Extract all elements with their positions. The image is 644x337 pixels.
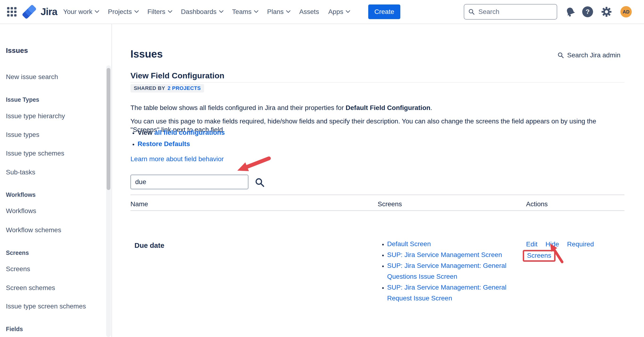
list-item: Default Screen [387, 239, 510, 249]
notifications-button[interactable] [565, 0, 576, 24]
column-header-screens: Screens [378, 195, 526, 210]
sidebar-title: Issues [6, 47, 28, 55]
list-item-view-configurations: View all field configurations [138, 128, 225, 137]
top-navigation-bar: Jira Your work Projects Filters Dashboar… [0, 0, 644, 24]
sidebar-item-issue-type-schemes[interactable]: Issue type schemes [6, 150, 64, 157]
chevron-down-icon [168, 8, 172, 13]
hide-action-link[interactable]: Hide [546, 240, 559, 248]
screen-link-sup-jsm[interactable]: SUP: Jira Service Management Screen [387, 251, 502, 258]
create-button[interactable]: Create [368, 5, 400, 19]
sidebar-scrollbar-thumb[interactable] [107, 68, 110, 190]
jira-admin-screen: Jira Your work Projects Filters Dashboar… [0, 0, 644, 337]
main-content: Search Jira admin Issues View Field Conf… [113, 24, 644, 337]
field-filter-input[interactable] [130, 175, 248, 189]
field-name: Due date [130, 235, 378, 304]
table-row: Due date Default Screen SUP: Jira Servic… [130, 235, 624, 304]
jira-logo[interactable]: Jira [22, 4, 57, 19]
section-title: View Field Configuration [130, 71, 224, 81]
gear-icon [601, 6, 612, 17]
search-icon [468, 8, 475, 15]
jira-wordmark: Jira [40, 6, 57, 18]
settings-button[interactable] [601, 0, 612, 24]
learn-more-link[interactable]: Learn more about field behavior [130, 155, 224, 163]
nav-projects[interactable]: Projects [108, 8, 138, 16]
sidebar-heading-workflows: Workflows [6, 191, 36, 198]
nav-filters[interactable]: Filters [148, 8, 172, 16]
search-icon [557, 52, 564, 59]
nav-teams[interactable]: Teams [232, 8, 258, 16]
restore-defaults-link[interactable]: Restore Defaults [138, 140, 190, 148]
sidebar-item-screens[interactable]: Screens [6, 265, 30, 273]
shared-projects-link[interactable]: 2 PROJECTS [168, 85, 201, 91]
nav-your-work[interactable]: Your work [63, 8, 98, 16]
intro-paragraph: The table below shows all fields configu… [130, 103, 624, 112]
page-title: Issues [130, 48, 163, 60]
screens-action-link[interactable]: Screens [527, 252, 551, 259]
sidebar-item-issue-type-hierarchy[interactable]: Issue type hierarchy [6, 112, 65, 120]
chevron-down-icon [286, 8, 291, 13]
shared-by-badge: SHARED BY 2 PROJECTS [130, 84, 204, 93]
list-item: SUP: Jira Service Management Screen [387, 249, 510, 260]
admin-sidebar: Issues New issue search Issue Types Issu… [0, 24, 112, 337]
screen-link-sup-general-questions[interactable]: SUP: Jira Service Management: General Qu… [387, 262, 506, 280]
column-header-actions: Actions [526, 195, 624, 210]
chevron-down-icon [95, 8, 100, 13]
screen-link-sup-general-request[interactable]: SUP: Jira Service Management: General Re… [387, 284, 506, 302]
nav-apps[interactable]: Apps [328, 8, 350, 16]
field-filter-search-icon[interactable] [254, 177, 265, 188]
global-search-input[interactable] [478, 8, 545, 16]
chevron-down-icon [134, 8, 139, 13]
list-item: SUP: Jira Service Management: General Qu… [387, 260, 510, 282]
option-list: View all field configurations Restore De… [130, 128, 225, 151]
jira-logo-icon [22, 5, 37, 19]
sidebar-item-issue-types[interactable]: Issue types [6, 131, 40, 139]
chevron-down-icon [346, 8, 350, 13]
primary-nav: Your work Projects Filters Dashboards Te… [63, 0, 350, 24]
help-button[interactable]: ? [582, 0, 593, 24]
chevron-down-icon [254, 8, 258, 13]
column-header-name: Name [130, 195, 378, 210]
sidebar-item-new-issue-search[interactable]: New issue search [6, 73, 58, 81]
search-jira-admin-link[interactable]: Search Jira admin [557, 52, 620, 59]
nav-plans[interactable]: Plans [267, 8, 290, 16]
sidebar-heading-issue-types: Issue Types [6, 96, 39, 103]
chevron-down-icon [219, 8, 224, 13]
app-switcher-icon[interactable] [7, 7, 16, 17]
global-search[interactable] [464, 4, 557, 20]
sidebar-item-workflows[interactable]: Workflows [6, 207, 36, 215]
field-actions-cell: Edit Hide Required Screens [526, 235, 624, 304]
profile-button[interactable]: AD [620, 0, 632, 24]
list-item-restore-defaults: Restore Defaults [138, 139, 225, 149]
required-action-link[interactable]: Required [567, 240, 594, 248]
divider [130, 82, 624, 83]
list-item: SUP: Jira Service Management: General Re… [387, 282, 510, 304]
all-field-configurations-link[interactable]: all field configurations [154, 129, 225, 136]
sidebar-heading-screens: Screens [6, 249, 29, 256]
edit-action-link[interactable]: Edit [526, 240, 537, 248]
field-screens-cell: Default Screen SUP: Jira Service Managem… [378, 235, 526, 304]
avatar: AD [620, 6, 632, 18]
bell-icon [565, 6, 576, 18]
sidebar-item-issue-type-screen-schemes[interactable]: Issue type screen schemes [6, 302, 86, 310]
field-table-header: Name Screens Actions [130, 195, 624, 211]
sidebar-item-sub-tasks[interactable]: Sub-tasks [6, 169, 36, 176]
nav-dashboards[interactable]: Dashboards [181, 8, 223, 16]
screens-action-highlight-box: Screens [523, 250, 556, 262]
sidebar-heading-fields: Fields [6, 326, 23, 332]
question-mark-icon: ? [582, 6, 593, 17]
screen-link-default[interactable]: Default Screen [387, 240, 431, 247]
nav-assets[interactable]: Assets [299, 8, 319, 16]
sidebar-item-screen-schemes[interactable]: Screen schemes [6, 284, 55, 292]
sidebar-item-workflow-schemes[interactable]: Workflow schemes [6, 226, 61, 234]
